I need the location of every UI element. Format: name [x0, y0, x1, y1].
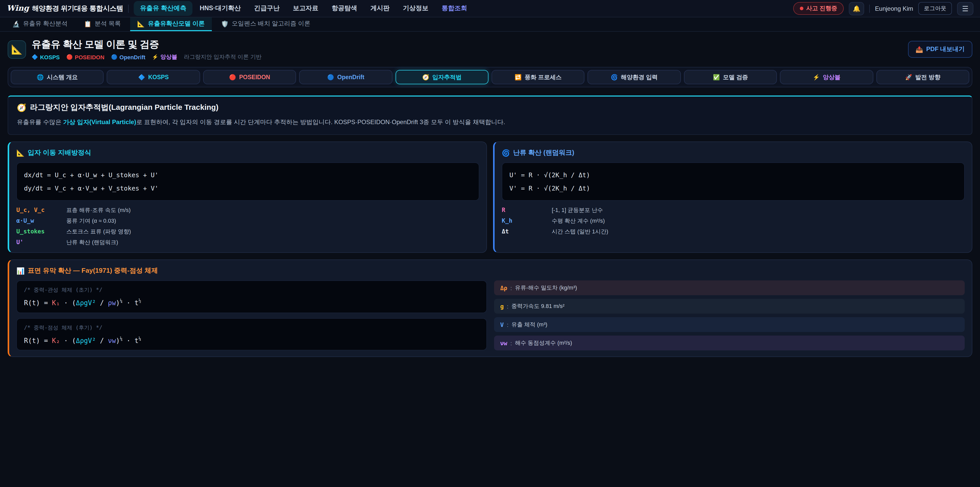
formula-part: ΔρgV² [76, 337, 96, 344]
formula-part: R(t) = [24, 337, 52, 344]
main-nav-item[interactable]: 항공탐색 [326, 1, 363, 16]
fay-code-block: /* 중력-점성 체제 (후기) */ R(t) = K₂ · (ΔρgV² /… [16, 318, 487, 351]
formula-part: ) [116, 299, 120, 307]
governing-equation-card: 📐 입자 이동 지배방정식 dx/dt = U_c + α·U_w + U_st… [8, 142, 487, 253]
page-header: 📐 유출유 확산 모델 이론 및 검증 🔷 KOSPS 🔴 POSEIDON 🔵 [0, 32, 980, 65]
page-title-icon: 📐 [8, 40, 26, 59]
model-badge-label: KOSPS [40, 54, 60, 60]
param-desc: 중력가속도 9.81 m/s² [511, 303, 565, 310]
notifications-button[interactable]: 🔔 [849, 2, 864, 15]
incident-status-badge[interactable]: 사고 진행중 [793, 2, 844, 15]
topic-chip-icon: 🔴 [229, 74, 236, 80]
divider [128, 4, 129, 13]
app-title: 해양환경 위기대응 통합시스템 [32, 4, 123, 13]
sub-tab-icon: 📐 [137, 20, 145, 27]
main-nav-item[interactable]: 기상정보 [397, 1, 434, 16]
legend-desc: [-1, 1] 균등분포 난수 [552, 207, 603, 214]
param-term: νw [500, 340, 508, 347]
turbulence-card-title: 🌀 난류 확산 (랜덤워크) [502, 148, 965, 157]
legend-term: U_stokes [16, 228, 66, 235]
legend-desc: 시간 스텝 (일반 1시간) [552, 228, 608, 236]
topic-chip-label: 입자추적법 [432, 73, 462, 81]
topic-chip-label: 발전 방향 [915, 73, 940, 81]
sub-tab[interactable]: 🔬 유출유 확산분석 [5, 18, 75, 31]
param-desc: 해수 동점성계수 (m²/s) [515, 339, 572, 347]
topic-chip[interactable]: 🌀 해양환경 입력 [588, 70, 681, 84]
formula-part: ΔρgV² [76, 299, 96, 307]
main-nav: 유출유 확산예측HNS·대기확산긴급구난보고자료항공탐색게시판기상정보통합조회 [134, 1, 473, 16]
card-title-text: 표면 유막 확산 — Fay(1971) 중력-점성 체제 [27, 267, 158, 276]
turbulence-card: 🌀 난류 확산 (랜덤워크) U' = R · √(2K_h / Δt)V' =… [493, 142, 972, 253]
legend-desc: 표층 해류·조류 속도 (m/s) [66, 207, 130, 214]
legend-term: α·U_w [16, 217, 66, 225]
topic-chip[interactable]: 🔵 OpenDrift [299, 70, 392, 84]
topic-chip[interactable]: 🌐 시스템 개요 [11, 70, 104, 84]
model-badge-icon: 🔷 [32, 54, 38, 60]
sub-tab-label: 유출유 확산분석 [23, 19, 68, 28]
fay-card-title: 📊 표면 유막 확산 — Fay(1971) 중력-점성 체제 [16, 267, 965, 276]
formula-line: R(t) = K₂ · (ΔρgV² / νw)⅙ · t¼ [24, 336, 479, 345]
main-nav-item[interactable]: 유출유 확산예측 [134, 1, 192, 16]
sub-tab-label: 오일펜스 배치 알고리즘 이론 [232, 19, 310, 28]
fay-spreading-card: 📊 표면 유막 확산 — Fay(1971) 중력-점성 체제 /* 중력-관성… [8, 260, 972, 357]
sub-tab-icon: 🛡️ [221, 20, 229, 27]
topic-chip-label: KOSPS [148, 74, 169, 80]
sub-tab-label: 유출유확산모델 이론 [148, 19, 205, 28]
topic-chip[interactable]: 🔁 풍화 프로세스 [492, 70, 585, 84]
formula-part: · ( [60, 337, 76, 344]
legend-term: U' [16, 239, 66, 246]
main-nav-item[interactable]: 보고자료 [287, 1, 325, 16]
legend-desc: 난류 확산 (랜덤워크) [66, 239, 118, 246]
param-term: Δρ [500, 284, 508, 292]
main-nav-item[interactable]: 긴급구난 [248, 1, 286, 16]
code-line: dx/dt = U_c + α·U_w + U_stokes + U' [24, 169, 472, 182]
model-badge: 🔷 KOSPS [32, 54, 60, 60]
logout-button[interactable]: 로그아웃 [918, 2, 952, 15]
ruler-icon: 📐 [16, 149, 24, 156]
user-name: Eunjeong Kim [875, 5, 913, 12]
desc-highlight: 가상 입자(Virtual Particle) [63, 118, 136, 126]
formula-part: · ( [60, 299, 76, 307]
formula-part: K₂ [52, 337, 60, 344]
topic-chip-icon: 🔷 [138, 74, 145, 80]
topic-chip[interactable]: 🔴 POSEIDON [203, 70, 296, 84]
topic-chip-label: 모델 검증 [723, 73, 748, 81]
main-nav-item[interactable]: 통합조회 [436, 1, 473, 16]
section-title-text: 라그랑지안 입자추적법(Lagrangian Particle Tracking… [30, 103, 218, 112]
model-badge-label: POSEIDON [75, 54, 104, 60]
sub-tab-label: 분석 목록 [95, 19, 121, 28]
topic-chip[interactable]: 🔷 KOSPS [107, 70, 200, 84]
topic-chip[interactable]: ⚡ 앙상블 [780, 70, 873, 84]
sub-tab[interactable]: 📋 분석 목록 [77, 18, 128, 31]
menu-button[interactable]: ☰ [957, 2, 974, 15]
sub-tab[interactable]: 🛡️ 오일펜스 배치 알고리즘 이론 [214, 18, 318, 31]
topic-chip[interactable]: ✅ 모델 검증 [684, 70, 777, 84]
topic-chip[interactable]: 🚀 발전 방향 [876, 70, 969, 84]
pdf-export-button[interactable]: 📤 PDF 내보내기 [908, 41, 972, 58]
fay-formula-column: /* 중력-관성 체제 (초기) */ R(t) = K₁ · (ΔρgV² /… [16, 281, 487, 350]
code-line: V' = R · √(2K_h / Δt) [509, 182, 957, 195]
code-comment: /* 중력-점성 체제 (후기) */ [24, 324, 479, 332]
main-nav-item[interactable]: 게시판 [364, 1, 396, 16]
section-title: 🧭 라그랑지안 입자추적법(Lagrangian Particle Tracki… [17, 103, 963, 112]
topic-chip-icon: 🚀 [905, 74, 912, 80]
topic-chip-label: 시스템 개요 [47, 73, 78, 81]
topic-chip[interactable]: 🧭 입자추적법 [395, 70, 488, 84]
page-subtitle: 라그랑지안 입자추적 이론 기반 [184, 53, 262, 61]
formula-part: / [96, 337, 108, 344]
legend-row: α·U_w 풍류 기여 (α ≈ 0.03) [16, 217, 479, 225]
topic-chip-icon: 🔵 [327, 74, 334, 80]
legend-row: K_h 수평 확산 계수 (m²/s) [502, 217, 965, 225]
formula-part: ½ [138, 299, 141, 303]
desc-text: 로 표현하여, 각 입자의 이동 경로를 시간 단계마다 추적하는 방법입니다.… [136, 118, 505, 126]
model-badge: ⚡ 앙상블 [152, 53, 177, 61]
card-title-text: 난류 확산 (랜덤워크) [513, 148, 574, 157]
bell-icon: 🔔 [853, 5, 861, 12]
main-nav-item[interactable]: HNS·대기확산 [193, 1, 247, 16]
model-badge: 🔵 OpenDrift [111, 54, 145, 60]
page-title: 유출유 확산 모델 이론 및 검증 [32, 38, 262, 51]
param-row: Δρ : 유류-해수 밀도차 (kg/m³) [494, 281, 965, 295]
logo-mark-icon: Wing [6, 3, 29, 13]
sub-tab[interactable]: 📐 유출유확산모델 이론 [130, 18, 212, 31]
governing-card-title: 📐 입자 이동 지배방정식 [16, 148, 479, 157]
